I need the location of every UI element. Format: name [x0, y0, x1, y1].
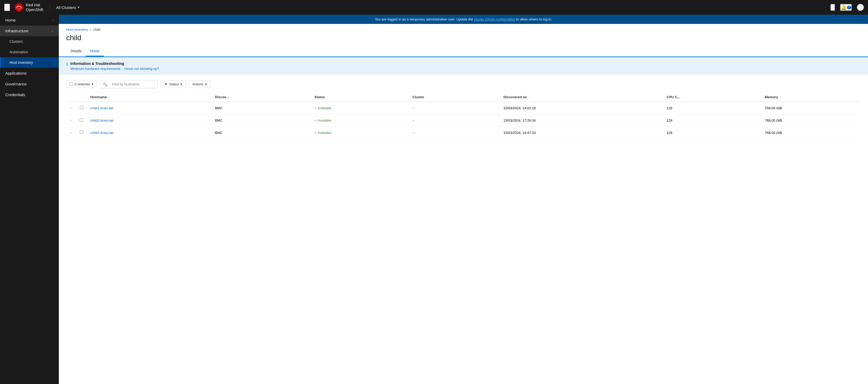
select-all-checkbox[interactable]	[70, 83, 73, 86]
hamburger-menu-button[interactable]: ☰	[4, 4, 10, 11]
row-hostname-cell: child2.dcws.lab	[87, 114, 212, 127]
sidebar-item-host-inventory[interactable]: Host inventory	[0, 57, 59, 68]
row-checkbox[interactable]	[80, 131, 83, 134]
page-title: child	[59, 32, 868, 46]
sidebar-item-applications[interactable]: Applications	[0, 68, 59, 78]
hosts-not-showing-link[interactable]: Hosts not showing up?	[124, 67, 159, 71]
info-icon: ℹ	[66, 62, 68, 67]
select-all-container[interactable]: 0 selected ▾	[66, 81, 97, 88]
row-expand-button[interactable]: ›	[69, 130, 72, 135]
info-panel-title: Information & Troubleshooting	[70, 61, 159, 66]
row-hostname-cell: child1.dcws.lab	[87, 102, 212, 114]
tab-hosts[interactable]: Hosts	[86, 46, 104, 57]
cluster-selector[interactable]: All Clusters ▾	[56, 5, 79, 10]
add-button[interactable]: +	[857, 4, 864, 11]
th-status[interactable]: Status ↕	[311, 92, 409, 102]
selected-count-label: 0 selected	[74, 82, 90, 86]
actions-dropdown[interactable]: Actions ▾	[189, 81, 210, 88]
table-row: › child2.dcws.lab BMC	[66, 114, 861, 127]
row-discovery-cell: BMC	[212, 127, 311, 139]
th-discovered-on[interactable]: Discovered on ↕	[500, 92, 663, 102]
notification-badge: 7	[847, 6, 851, 9]
row-discovered-on-cell: 15/03/2024, 14:47:33	[500, 127, 663, 139]
status-label: Available	[317, 106, 332, 110]
tabs-container: Details Hosts	[59, 46, 868, 57]
row-cluster-cell: --	[409, 102, 500, 114]
sidebar-item-clusters[interactable]: Clusters	[0, 36, 59, 47]
row-discovery-cell: BMC	[212, 114, 311, 127]
th-cpu[interactable]: CPU C... ↕	[663, 92, 762, 102]
th-discovered-on-label: Discovered on	[503, 95, 527, 99]
grid-menu-button[interactable]: ⠿	[831, 4, 835, 11]
row-checkbox-cell	[77, 102, 87, 114]
search-input[interactable]	[110, 81, 157, 88]
row-memory-cell: 768.00 GiB	[762, 102, 861, 114]
hardware-requirements-link[interactable]: Minimum hardware requirements	[70, 67, 120, 71]
topbar-actions: ⠿ 🔔 7 +	[831, 4, 864, 11]
hostname-link[interactable]: child1.dcws.lab	[90, 106, 114, 110]
th-checkbox	[77, 92, 87, 102]
th-cluster[interactable]: Cluster ↕	[409, 92, 500, 102]
row-cpu-cell: 128	[663, 114, 762, 127]
row-checkbox-cell	[77, 127, 87, 139]
sidebar-item-home-label: Home	[5, 18, 16, 22]
table-section: 0 selected ▾ 🔍 ▼ Status ▾	[59, 75, 868, 144]
sort-neutral-icon-2: ↕	[327, 96, 329, 99]
page-content: Host inventory › child child Details Hos…	[59, 24, 868, 384]
status-label: Available	[317, 119, 332, 122]
breadcrumb-parent-link[interactable]: Host inventory	[66, 28, 88, 32]
status-badge: + Available	[315, 106, 406, 110]
row-cpu-cell: 128	[663, 127, 762, 139]
alert-message: You are logged in as a temporary adminis…	[375, 17, 473, 21]
brand-logo: Red HatOpenShift	[14, 3, 43, 12]
sidebar-item-credentials[interactable]: Credentials	[0, 89, 59, 100]
row-expand-button[interactable]: ›	[69, 118, 72, 123]
hostname-link[interactable]: child2.dcws.lab	[90, 119, 114, 122]
tab-details[interactable]: Details	[66, 46, 86, 57]
oauth-link[interactable]: cluster OAuth configuration	[474, 17, 515, 21]
row-expand-cell: ›	[66, 114, 77, 127]
filter-icon: ▼	[164, 82, 167, 86]
th-memory-label: Memory	[765, 95, 778, 99]
sidebar-item-infrastructure-label: Infrastructure	[5, 29, 28, 33]
th-cluster-label: Cluster	[412, 95, 424, 99]
row-checkbox[interactable]	[80, 106, 83, 109]
table-row: › child1.dcws.lab BMC	[66, 102, 861, 114]
notifications-button[interactable]: 🔔 7	[840, 4, 852, 11]
table-header: Hostname ↑ Discov... ↕ Status ↕	[66, 92, 861, 102]
sidebar-item-home[interactable]: Home ›	[0, 15, 59, 26]
row-discovery-cell: BMC	[212, 102, 311, 114]
sidebar-item-clusters-label: Clusters	[9, 39, 23, 43]
actions-label: Actions	[192, 82, 204, 86]
select-dropdown-chevron: ▾	[92, 82, 93, 86]
redhat-icon	[14, 3, 24, 12]
bell-icon: 🔔	[841, 4, 846, 10]
th-hostname[interactable]: Hostname ↑	[87, 92, 212, 102]
breadcrumb-separator: ›	[90, 28, 91, 32]
sidebar-item-automation-label: Automation	[9, 50, 28, 54]
th-discovery[interactable]: Discov... ↕	[212, 92, 311, 102]
breadcrumb: Host inventory › child	[59, 24, 868, 32]
chevron-right-icon: ›	[53, 19, 54, 22]
sort-neutral-icon: ↕	[231, 96, 232, 99]
row-expand-button[interactable]: ›	[69, 105, 72, 111]
row-cluster-cell: --	[409, 127, 500, 139]
row-memory-cell: 768.00 GiB	[762, 114, 861, 127]
search-icon: 🔍	[100, 82, 110, 87]
hostname-link[interactable]: child3.dcws.lab	[90, 131, 114, 135]
sidebar-item-automation[interactable]: Automation	[0, 47, 59, 57]
th-cpu-label: CPU C...	[666, 95, 680, 99]
sidebar-item-governance[interactable]: Governance	[0, 78, 59, 89]
row-expand-cell: ›	[66, 102, 77, 114]
th-memory[interactable]: Memory ↕	[762, 92, 861, 102]
row-checkbox[interactable]	[80, 118, 83, 122]
status-plus-icon: +	[315, 131, 317, 135]
search-container: 🔍	[100, 80, 158, 88]
row-cpu-cell: 128	[663, 102, 762, 114]
content-inner: Host inventory › child child Details Hos…	[59, 24, 868, 384]
sidebar-item-infrastructure[interactable]: Infrastructure ⌄	[0, 26, 59, 36]
sidebar-item-applications-label: Applications	[5, 71, 27, 75]
status-filter[interactable]: ▼ Status ▾	[161, 81, 186, 88]
topbar: ☰ Red HatOpenShift All Clusters ▾ ⠿ 🔔 7 …	[0, 0, 868, 15]
th-expand	[66, 92, 77, 102]
